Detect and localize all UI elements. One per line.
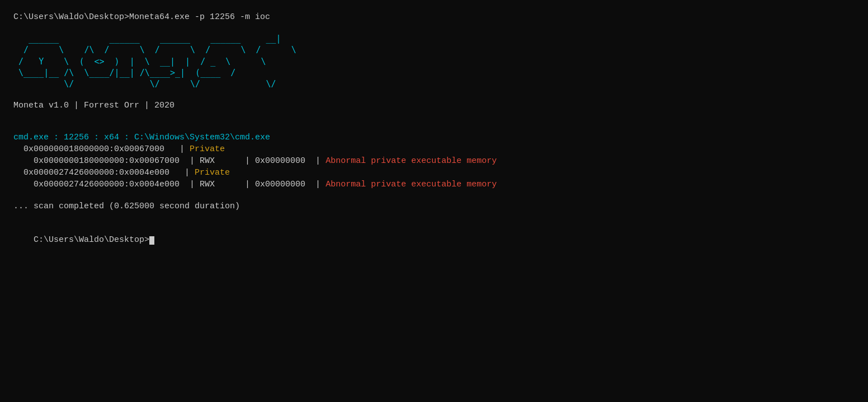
- label-private-1: Private: [190, 144, 225, 154]
- label-private-2: Private: [195, 168, 230, 177]
- version-info: Moneta v1.0 | Forrest Orr | 2020: [13, 100, 855, 111]
- terminal-window: C:\Users\Waldo\Desktop>Moneta64.exe -p 1…: [13, 11, 855, 258]
- final-prompt: C:\Users\Waldo\Desktop>: [13, 222, 855, 258]
- label-rwx-2: RWX: [200, 180, 215, 189]
- ascii-art-text: ______ ______ ______ ______ __| / \ /\ /…: [13, 33, 855, 90]
- label-abnormal-2: Abnormal private executable memory: [326, 180, 497, 189]
- scan-result: ... scan completed (0.625000 second dura…: [13, 200, 855, 212]
- ascii-art-block: ______ ______ ______ ______ __| / \ /\ /…: [13, 33, 855, 90]
- addr-region-1: 0x000000018000000:0x00067000 | Private: [13, 143, 855, 155]
- addr-sub-1: 0x0000000180000000:0x00067000 | RWX | 0x…: [13, 155, 855, 167]
- cursor: [149, 236, 154, 245]
- process-info: cmd.exe : 12256 : x64 : C:\Windows\Syste…: [13, 132, 855, 143]
- initial-command: C:\Users\Waldo\Desktop>Moneta64.exe -p 1…: [13, 11, 855, 23]
- label-abnormal-1: Abnormal private executable memory: [326, 156, 497, 166]
- addr-region-2: 0x0000027426000000:0x0004e000 | Private: [13, 167, 855, 179]
- label-rwx-1: RWX: [200, 156, 215, 166]
- addr-sub-2: 0x0000027426000000:0x0004e000 | RWX | 0x…: [13, 179, 855, 190]
